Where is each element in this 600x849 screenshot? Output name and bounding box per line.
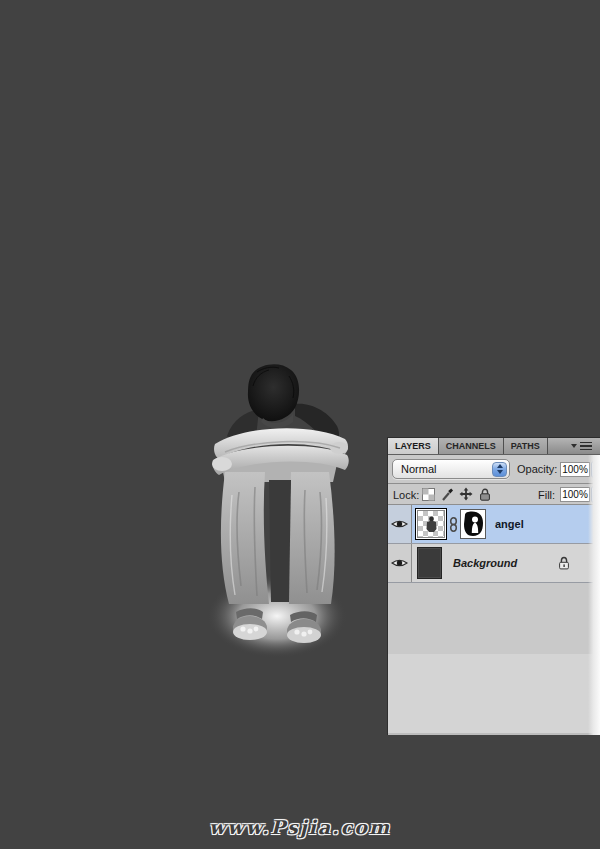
eye-icon — [391, 557, 408, 569]
layer-body: angel — [412, 505, 600, 543]
lock-paint-icon[interactable] — [440, 487, 454, 501]
layer-row-background[interactable]: Background — [388, 544, 600, 583]
watermark-text: www.Psjia.com — [0, 816, 600, 838]
opacity-control: 100% — [560, 461, 600, 478]
sitting-man-illustration — [205, 360, 355, 660]
dropdown-triangle-icon — [594, 493, 600, 497]
lock-buttons — [421, 487, 492, 501]
lock-position-icon[interactable] — [459, 487, 473, 501]
canvas-photo-sitting-man — [205, 360, 355, 660]
layer-body: Background — [412, 544, 600, 582]
layer-row-angel[interactable]: angel — [388, 505, 600, 544]
stepper-up-icon — [497, 464, 503, 468]
photoshop-workspace: { "canvas": { "background_color": "#4242… — [0, 0, 600, 849]
layer-thumbnail-angel[interactable] — [415, 508, 447, 540]
fill-control: 100% — [560, 486, 600, 503]
visibility-toggle[interactable] — [388, 505, 412, 543]
layer-thumbnail-background[interactable] — [417, 547, 442, 579]
transparency-checker — [418, 511, 444, 537]
blend-opacity-row: Normal Opacity: 100% — [388, 455, 600, 484]
tab-layers[interactable]: LAYERS — [388, 438, 439, 454]
mini-figure-icon — [425, 516, 438, 533]
lock-label: Lock: — [393, 489, 419, 501]
fill-label[interactable]: Fill: — [538, 489, 555, 501]
panel-tab-bar: LAYERS CHANNELS PATHS — [388, 437, 600, 455]
layer-mask-thumbnail[interactable] — [460, 509, 486, 539]
tab-bar-spacer — [548, 438, 571, 454]
lock-transparency-icon[interactable] — [421, 487, 435, 501]
tab-channels[interactable]: CHANNELS — [439, 438, 504, 454]
background-lock-icon — [558, 556, 570, 570]
eye-icon — [391, 518, 408, 530]
blend-mode-stepper-icon[interactable] — [492, 462, 507, 477]
lock-fill-row: Lock: Fill: 100% — [388, 484, 600, 505]
layers-panel: LAYERS CHANNELS PATHS Normal Opacity: 10… — [387, 437, 600, 735]
fill-input[interactable]: 100% — [560, 487, 590, 502]
panel-menu-lines-icon — [580, 442, 592, 451]
opacity-dropdown-icon[interactable] — [591, 461, 600, 478]
layer-name-angel[interactable]: angel — [495, 518, 524, 530]
visibility-toggle[interactable] — [388, 544, 412, 582]
link-icon — [449, 517, 458, 532]
fill-dropdown-icon[interactable] — [591, 486, 600, 503]
panel-menu-icon[interactable] — [571, 438, 600, 454]
layer-list-empty-area — [388, 654, 600, 735]
layer-name-background[interactable]: Background — [453, 557, 517, 569]
opacity-label[interactable]: Opacity: — [517, 463, 557, 475]
lock-all-icon[interactable] — [478, 487, 492, 501]
stepper-down-icon — [497, 470, 503, 474]
mask-content — [461, 510, 485, 538]
panel-menu-triangle-icon — [571, 444, 577, 448]
tab-paths[interactable]: PATHS — [504, 438, 548, 454]
opacity-input[interactable]: 100% — [560, 462, 590, 477]
blend-mode-select[interactable]: Normal — [392, 459, 510, 479]
dropdown-triangle-icon — [594, 468, 600, 472]
blend-mode-value: Normal — [401, 463, 436, 475]
